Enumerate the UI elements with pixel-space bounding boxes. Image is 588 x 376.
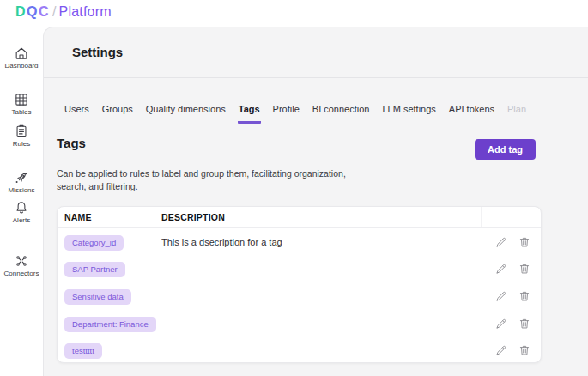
tab-groups[interactable]: Groups <box>101 100 134 124</box>
tab-users[interactable]: Users <box>64 100 90 124</box>
name-cell: Sensitive data <box>58 288 161 305</box>
sidebar-item-dashboard[interactable]: Dashboard <box>0 45 43 70</box>
tab-tags[interactable]: Tags <box>238 100 261 124</box>
connectors-icon <box>0 253 43 269</box>
table-row: Category_id This is a dsecription for a … <box>58 228 541 256</box>
table-row: Department: Finance <box>58 310 541 337</box>
edit-tag-button[interactable] <box>494 289 508 303</box>
settings-tab-bar: Users Groups Quality dimensions Tags Pro… <box>64 100 527 124</box>
sidebar-item-missions[interactable]: Missions <box>0 170 43 195</box>
tab-plan[interactable]: Plan <box>506 100 527 124</box>
rules-icon <box>0 124 43 139</box>
app-logo[interactable]: DQC/Platform <box>15 4 112 20</box>
tags-table-body: Category_id This is a dsecription for a … <box>58 228 541 363</box>
column-header-description: DESCRIPTION <box>161 212 481 222</box>
page-title: Settings <box>72 45 123 59</box>
tag-description: This is a dsecription for a tag <box>161 237 481 247</box>
logo-letter-d: D <box>15 4 27 19</box>
edit-tag-button[interactable] <box>494 343 508 357</box>
sidebar-nav: Dashboard Tables Rules Missions Alerts C… <box>0 27 43 376</box>
pencil-icon <box>494 235 508 249</box>
name-cell: Category_id <box>58 233 161 251</box>
tab-profile[interactable]: Profile <box>272 100 300 124</box>
missions-icon <box>0 170 43 185</box>
app-window: DQC/Platform Dashboard Tables Rules Miss… <box>0 0 588 376</box>
main-panel: Settings Users Groups Quality dimensions… <box>43 27 588 376</box>
top-bar: DQC/Platform <box>0 0 588 27</box>
sidebar-item-connectors[interactable]: Connectors <box>0 253 43 278</box>
column-header-actions <box>481 207 541 227</box>
tags-section-description: Can be applied to rules to label and gro… <box>57 167 359 193</box>
tag-chip: Sensitive data <box>64 289 131 305</box>
delete-tag-button[interactable] <box>518 289 531 303</box>
sidebar-item-rules[interactable]: Rules <box>0 124 43 149</box>
name-cell: Department: Finance <box>58 315 161 332</box>
tab-llm-settings[interactable]: LLM settings <box>381 100 436 124</box>
tags-table: NAME DESCRIPTION Category_id This is a d… <box>57 206 542 363</box>
logo-product-name: Platform <box>59 4 112 19</box>
logo-letter-c: C <box>39 4 50 19</box>
tab-bi-connection[interactable]: BI connection <box>312 100 371 124</box>
delete-tag-button[interactable] <box>518 317 531 331</box>
tag-chip: testtttt <box>64 343 102 359</box>
pencil-icon <box>494 262 508 276</box>
tag-chip: SAP Partner <box>64 262 125 277</box>
tables-icon <box>0 92 43 107</box>
logo-separator: / <box>52 4 56 19</box>
pencil-icon <box>494 317 508 331</box>
title-divider <box>44 77 588 78</box>
row-actions <box>481 343 541 357</box>
sidebar-item-label: Alerts <box>0 216 43 225</box>
tag-chip: Category_id <box>64 235 124 251</box>
alerts-icon <box>0 200 43 215</box>
row-actions <box>481 235 541 249</box>
pencil-icon <box>494 343 508 357</box>
name-cell: testtttt <box>58 342 161 359</box>
sidebar-item-label: Rules <box>0 140 43 149</box>
tab-quality-dimensions[interactable]: Quality dimensions <box>145 100 227 124</box>
sidebar-item-label: Tables <box>0 108 43 117</box>
edit-tag-button[interactable] <box>494 262 508 276</box>
trash-icon <box>518 289 531 303</box>
sidebar-item-label: Connectors <box>0 270 43 278</box>
sidebar-item-label: Dashboard <box>0 62 43 70</box>
sidebar-item-label: Missions <box>0 186 43 195</box>
logo-letter-q: Q <box>27 4 39 19</box>
row-actions <box>481 317 541 331</box>
trash-icon <box>518 235 531 249</box>
add-tag-button[interactable]: Add tag <box>475 139 536 160</box>
delete-tag-button[interactable] <box>518 343 531 357</box>
tab-api-tokens[interactable]: API tokens <box>448 100 495 124</box>
edit-tag-button[interactable] <box>494 317 508 331</box>
sidebar-item-alerts[interactable]: Alerts <box>0 200 43 225</box>
row-actions <box>481 262 541 276</box>
row-actions <box>481 289 541 303</box>
edit-tag-button[interactable] <box>494 235 508 249</box>
delete-tag-button[interactable] <box>518 262 531 276</box>
pencil-icon <box>494 289 508 303</box>
trash-icon <box>518 317 531 331</box>
trash-icon <box>518 343 531 357</box>
dashboard-icon <box>0 45 43 61</box>
tags-table-header: NAME DESCRIPTION <box>58 207 541 228</box>
delete-tag-button[interactable] <box>518 235 531 249</box>
table-row: Sensitive data <box>58 282 541 310</box>
tag-chip: Department: Finance <box>64 317 156 332</box>
column-header-name: NAME <box>58 212 161 222</box>
sidebar-item-tables[interactable]: Tables <box>0 92 43 117</box>
tags-section-title: Tags <box>57 136 86 150</box>
table-row: SAP Partner <box>58 256 541 283</box>
table-row: testtttt <box>58 337 541 363</box>
trash-icon <box>518 262 531 276</box>
name-cell: SAP Partner <box>58 260 161 277</box>
